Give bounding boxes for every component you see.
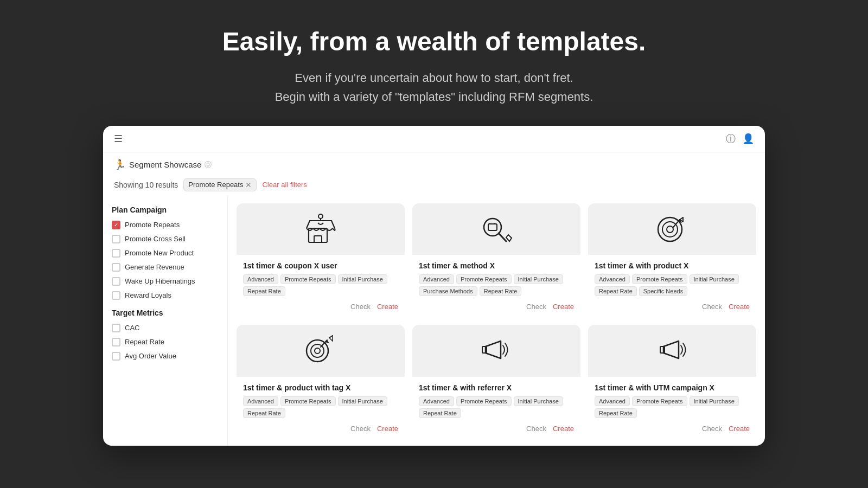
topbar-right: ⓘ 👤 [726, 132, 754, 145]
checkbox-avg-order-value[interactable] [112, 352, 120, 361]
tag: Purchase Methods [419, 286, 477, 296]
checkbox-wake-up[interactable] [112, 277, 120, 286]
check-button[interactable]: Check [526, 425, 546, 433]
card-4-title: 1st timer & product with tag X [243, 383, 398, 392]
card-1st-timer-product: 1st timer & with product X Advanced Prom… [588, 203, 756, 318]
tag: Specific Needs [639, 286, 687, 296]
card-5-image [412, 325, 580, 377]
check-button[interactable]: Check [702, 425, 722, 433]
card-4-actions: Check Create [243, 422, 398, 433]
checkbox-generate-revenue[interactable] [112, 263, 120, 272]
card-4-tags: Advanced Promote Repeats Initial Purchas… [243, 396, 398, 418]
label-avg-order-value: Avg Order Value [125, 352, 176, 360]
sidebar-item-promote-new-product[interactable]: Promote New Product [112, 249, 219, 258]
tag: Promote Repeats [280, 274, 336, 284]
checkbox-reward-loyals[interactable] [112, 291, 120, 300]
card-1-tags: Advanced Promote Repeats Initial Purchas… [243, 274, 398, 296]
card-6-title: 1st timer & with UTM campaign X [595, 383, 750, 392]
tag: Promote Repeats [632, 274, 687, 284]
user-icon[interactable]: 👤 [742, 133, 754, 145]
breadcrumb: 🏃 Segment Showcase ⓪ [103, 152, 765, 175]
cards-area: 1st timer & coupon X user Advanced Promo… [228, 197, 765, 446]
create-button[interactable]: Create [377, 303, 398, 311]
card-1-image [237, 203, 405, 255]
active-filter-chip[interactable]: Promote Repeats ✕ [183, 178, 257, 191]
tag: Initial Purchase [338, 396, 387, 406]
label-promote-cross-sell: Promote Cross Sell [125, 235, 186, 243]
card-3-title: 1st timer & with product X [595, 261, 750, 270]
check-button[interactable]: Check [702, 303, 722, 311]
sidebar-item-generate-revenue[interactable]: Generate Revenue [112, 263, 219, 272]
svg-point-17 [307, 340, 328, 362]
create-button[interactable]: Create [553, 425, 574, 433]
svg-point-11 [667, 226, 673, 233]
create-button[interactable]: Create [553, 303, 574, 311]
sidebar-item-promote-cross-sell[interactable]: Promote Cross Sell [112, 235, 219, 243]
card-1st-timer-method: 1st timer & method X Advanced Promote Re… [412, 203, 580, 318]
card-2-title: 1st timer & method X [419, 261, 574, 270]
label-generate-revenue: Generate Revenue [125, 263, 184, 271]
tag: Promote Repeats [456, 274, 512, 284]
tag: Repeat Rate [480, 286, 522, 296]
create-button[interactable]: Create [729, 303, 750, 311]
label-reward-loyals: Reward Loyals [125, 291, 171, 299]
tag: Initial Purchase [338, 274, 387, 284]
tag: Repeat Rate [243, 286, 285, 296]
tag: Repeat Rate [243, 408, 285, 418]
card-6-actions: Check Create [595, 422, 750, 433]
checkbox-promote-repeats[interactable]: ✓ [112, 221, 120, 229]
tag: Advanced [243, 396, 278, 406]
checkbox-repeat-rate[interactable] [112, 338, 120, 346]
svg-marker-21 [325, 340, 329, 343]
card-1st-timer-utm: 1st timer & with UTM campaign X Advanced… [588, 325, 756, 439]
checkbox-promote-new-product[interactable] [112, 249, 120, 258]
sidebar-item-promote-repeats[interactable]: ✓ Promote Repeats [112, 221, 219, 229]
tag: Promote Repeats [456, 396, 512, 406]
check-button[interactable]: Check [350, 425, 371, 433]
check-button[interactable]: Check [350, 303, 371, 311]
svg-point-2 [318, 214, 323, 219]
filter-row: Showing 10 results Promote Repeats ✕ Cle… [103, 175, 765, 197]
label-promote-new-product: Promote New Product [125, 249, 194, 257]
tag: Advanced [419, 396, 454, 406]
checkbox-promote-cross-sell[interactable] [112, 235, 120, 243]
card-6-tags: Advanced Promote Repeats Initial Purchas… [595, 396, 750, 418]
svg-line-22 [329, 336, 333, 338]
tag: Repeat Rate [595, 408, 637, 418]
clear-filters-link[interactable]: Clear all filters [262, 181, 307, 189]
create-button[interactable]: Create [377, 425, 398, 433]
checkbox-cac[interactable] [112, 324, 120, 332]
hero-title: Easily, from a wealth of templates. [222, 26, 646, 57]
tag: Advanced [595, 396, 630, 406]
card-1st-timer-referrer: 1st timer & with referrer X Advanced Pro… [412, 325, 580, 439]
tag: Promote Repeats [632, 396, 687, 406]
check-button[interactable]: Check [526, 303, 546, 311]
label-wake-up: Wake Up Hibernatings [125, 277, 195, 285]
svg-rect-6 [488, 224, 497, 230]
tag: Advanced [419, 274, 454, 284]
tag: Advanced [595, 274, 630, 284]
card-1-body: 1st timer & coupon X user Advanced Promo… [237, 255, 405, 317]
card-3-actions: Check Create [595, 300, 750, 311]
segment-icon: 🏃 [114, 159, 126, 171]
sidebar-item-avg-order-value[interactable]: Avg Order Value [112, 352, 219, 361]
page-title: Segment Showcase [129, 160, 201, 169]
card-2-tags: Advanced Promote Repeats Initial Purchas… [419, 274, 574, 296]
sidebar-item-cac[interactable]: CAC [112, 324, 219, 332]
filter-chip-label: Promote Repeats [188, 181, 243, 189]
card-2-image [412, 203, 580, 255]
hamburger-icon[interactable]: ☰ [114, 133, 123, 145]
sidebar-item-wake-up[interactable]: Wake Up Hibernatings [112, 277, 219, 286]
sidebar-item-repeat-rate[interactable]: Repeat Rate [112, 338, 219, 346]
card-6-image [588, 325, 756, 377]
card-5-actions: Check Create [419, 422, 574, 433]
card-4-image [237, 325, 405, 377]
label-promote-repeats: Promote Repeats [125, 221, 180, 229]
filter-chip-remove[interactable]: ✕ [245, 181, 252, 189]
card-1-title: 1st timer & coupon X user [243, 261, 398, 270]
create-button[interactable]: Create [729, 425, 750, 433]
tag: Repeat Rate [419, 408, 461, 418]
info-icon[interactable]: ⓘ [726, 132, 736, 145]
sidebar-item-reward-loyals[interactable]: Reward Loyals [112, 291, 219, 300]
showing-results: Showing 10 results [114, 181, 178, 189]
